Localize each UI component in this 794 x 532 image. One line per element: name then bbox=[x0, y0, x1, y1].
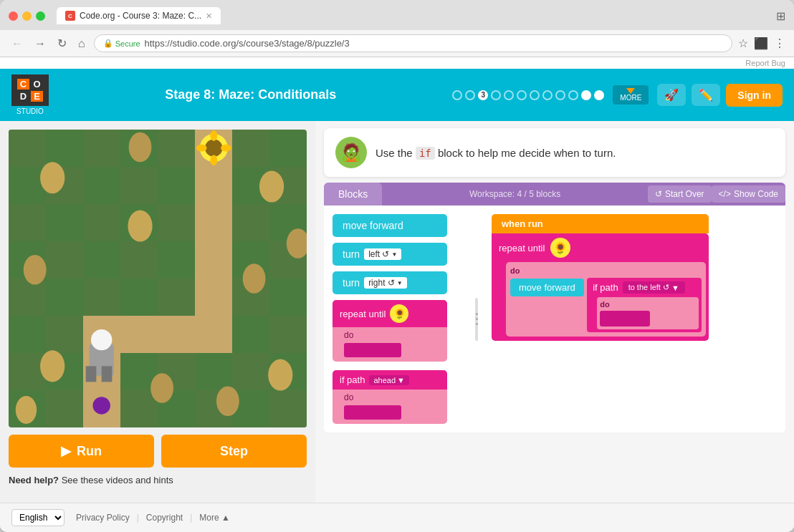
inner-move-forward-block[interactable]: move forward bbox=[510, 279, 584, 296]
back-button[interactable]: ← bbox=[9, 36, 26, 52]
puzzle-dots: 3 bbox=[452, 90, 604, 100]
menu-icon[interactable]: ⋮ bbox=[774, 37, 785, 50]
workspace-header: Blocks Workspace: 4 / 5 blocks ↺ Start O… bbox=[324, 183, 785, 205]
reload-button[interactable]: ↻ bbox=[54, 35, 70, 52]
tab-title: Code.org - Course 3: Maze: C... bbox=[80, 11, 201, 21]
bookmark-icon[interactable]: ☆ bbox=[738, 37, 748, 50]
help-detail: See these videos and hints bbox=[62, 475, 173, 485]
workspace-body: move forward turn left ↺ turn right ↺ bbox=[324, 205, 785, 432]
minimize-button[interactable] bbox=[22, 11, 32, 21]
if-path-code-header: if path to the left ↺ ▼ bbox=[587, 278, 702, 297]
repeat-do-body: do move forward if path bbox=[506, 262, 706, 337]
more-button[interactable]: MORE bbox=[613, 85, 649, 105]
logo-wrap: C O D E STUDIO bbox=[11, 74, 49, 115]
tab-close-icon[interactable]: ✕ bbox=[206, 11, 212, 21]
turn-left-block[interactable]: turn left ↺ bbox=[333, 243, 447, 266]
if-path-dropdown-palette[interactable]: ahead ▼ bbox=[369, 375, 408, 385]
rocket-button[interactable]: 🚀 bbox=[657, 84, 686, 106]
svg-rect-2 bbox=[83, 130, 120, 167]
sunflower-icon-palette: 🌻 bbox=[390, 304, 408, 323]
if-do-palette: do bbox=[333, 390, 447, 424]
step-button[interactable]: Step bbox=[161, 435, 307, 468]
svg-point-48 bbox=[128, 211, 152, 242]
app-container: Report Bug C O D E STUDIO Stage 8: Maze:… bbox=[0, 57, 794, 532]
dot-12[interactable] bbox=[594, 90, 604, 100]
svg-point-46 bbox=[259, 171, 284, 203]
svg-rect-32 bbox=[269, 390, 307, 427]
dot-1[interactable] bbox=[452, 90, 462, 100]
zombie-avatar: 🧟 bbox=[335, 137, 367, 168]
svg-point-49 bbox=[243, 263, 266, 294]
copyright-link[interactable]: Copyright bbox=[146, 513, 183, 523]
svg-rect-18 bbox=[83, 279, 120, 316]
pencil-button[interactable]: ✏️ bbox=[692, 84, 720, 106]
more-link[interactable]: More ▲ bbox=[199, 513, 230, 523]
language-select[interactable]: English bbox=[11, 509, 64, 526]
if-path-header: if path ahead ▼ bbox=[333, 370, 447, 390]
repeat-until-palette-block[interactable]: repeat until 🌻 do bbox=[333, 300, 447, 362]
code-blocks-group: when run repeat until 🌻 bbox=[492, 214, 709, 341]
blocks-tab[interactable]: Blocks bbox=[324, 183, 382, 205]
if-path-palette-block[interactable]: if path ahead ▼ do bbox=[333, 370, 447, 424]
workspace-tabs: Blocks Workspace: 4 / 5 blocks ↺ Start O… bbox=[324, 183, 785, 432]
svg-rect-21 bbox=[46, 316, 83, 353]
more-triangle-icon bbox=[626, 88, 635, 94]
repeat-until-code-block[interactable]: repeat until 🌻 do move forward bbox=[492, 233, 709, 341]
svg-point-50 bbox=[40, 350, 64, 382]
dot-3[interactable]: 3 bbox=[478, 90, 488, 100]
top-bar: Report Bug bbox=[0, 57, 794, 69]
dot-5[interactable] bbox=[504, 90, 514, 100]
footer-links: Privacy Policy | Copyright | More ▲ bbox=[76, 513, 230, 523]
game-panel: ▶ Run Step Need help? See these videos a… bbox=[0, 121, 315, 503]
separator-1: | bbox=[137, 513, 139, 523]
dot-11[interactable] bbox=[581, 90, 591, 100]
address-bar[interactable]: 🔒 Secure https://studio.code.org/s/cours… bbox=[94, 34, 732, 52]
report-bug-link[interactable]: Report Bug bbox=[745, 59, 785, 67]
logo[interactable]: C O D E bbox=[11, 74, 49, 106]
run-button[interactable]: ▶ Run bbox=[9, 435, 154, 468]
logo-c: C bbox=[17, 79, 29, 90]
turn-right-block[interactable]: turn right ↺ bbox=[333, 271, 447, 294]
traffic-lights bbox=[9, 11, 45, 21]
svg-rect-14 bbox=[120, 241, 158, 279]
turn-left-dropdown[interactable]: left ↺ bbox=[364, 248, 401, 260]
restart-icon: ↺ bbox=[655, 189, 662, 199]
svg-point-53 bbox=[216, 386, 239, 416]
url-text: https://studio.code.org/s/course3/stage/… bbox=[145, 38, 350, 49]
dot-6[interactable] bbox=[517, 90, 527, 100]
logo-studio: STUDIO bbox=[16, 107, 44, 115]
forward-button[interactable]: → bbox=[32, 36, 49, 52]
dot-10[interactable] bbox=[568, 90, 578, 100]
dot-9[interactable] bbox=[555, 90, 565, 100]
dot-2[interactable] bbox=[465, 90, 475, 100]
toolbar-actions: ☆ ⬛ ⋮ bbox=[738, 37, 785, 50]
svg-point-59 bbox=[210, 155, 217, 165]
show-code-button[interactable]: </> Show Code bbox=[712, 185, 785, 203]
svg-rect-34 bbox=[195, 167, 232, 204]
svg-rect-6 bbox=[120, 167, 158, 204]
move-forward-block[interactable]: move forward bbox=[333, 214, 447, 237]
dot-8[interactable] bbox=[542, 90, 553, 100]
privacy-policy-link[interactable]: Privacy Policy bbox=[76, 513, 130, 523]
svg-rect-35 bbox=[195, 204, 232, 241]
if-path-code-block[interactable]: if path to the left ↺ ▼ bbox=[587, 278, 702, 332]
dot-7[interactable] bbox=[530, 90, 540, 100]
svg-rect-13 bbox=[46, 241, 83, 279]
drag-dot-3 bbox=[476, 323, 478, 325]
start-over-button[interactable]: ↺ Start Over bbox=[648, 185, 712, 203]
turn-right-dropdown[interactable]: right ↺ bbox=[364, 277, 407, 289]
drag-dot-1 bbox=[476, 313, 478, 315]
dot-4[interactable] bbox=[491, 90, 501, 100]
to-the-left-dropdown[interactable]: to the left ↺ ▼ bbox=[623, 281, 685, 294]
home-button[interactable]: ⌂ bbox=[75, 36, 88, 52]
drag-handle[interactable] bbox=[475, 298, 478, 341]
drag-dot-2 bbox=[476, 318, 478, 320]
svg-rect-4 bbox=[232, 130, 269, 167]
signin-button[interactable]: Sign in bbox=[726, 84, 783, 107]
maximize-button[interactable] bbox=[36, 11, 45, 21]
if-badge: if bbox=[416, 147, 435, 160]
extensions-icon[interactable]: ⬛ bbox=[754, 37, 768, 50]
help-bold: Need help? bbox=[9, 475, 59, 485]
close-button[interactable] bbox=[9, 11, 18, 21]
browser-tab[interactable]: C Code.org - Course 3: Maze: C... ✕ bbox=[57, 7, 221, 24]
